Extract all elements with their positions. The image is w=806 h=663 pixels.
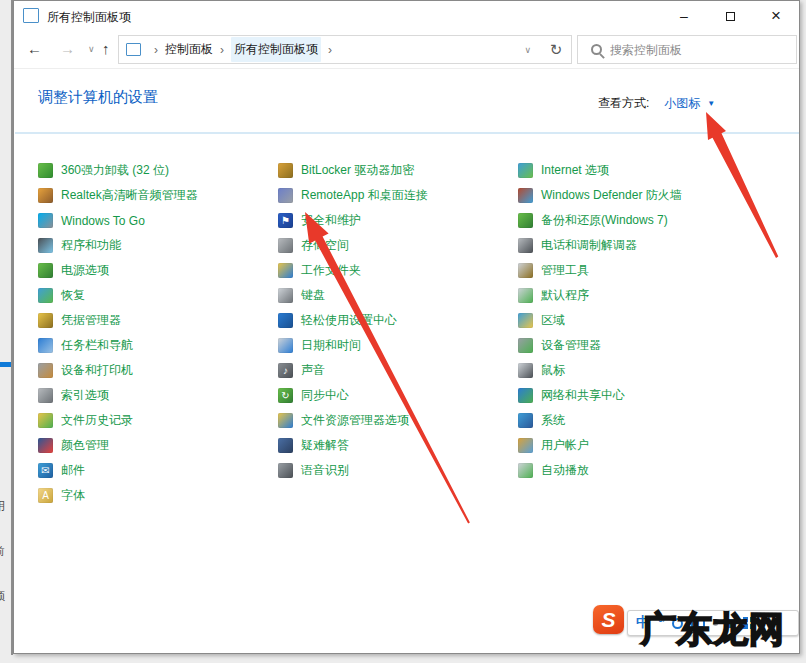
- sogou-logo[interactable]: S: [593, 605, 624, 634]
- control-panel-item[interactable]: 索引选项: [38, 383, 270, 408]
- page-title: 调整计算机的设置: [38, 88, 158, 107]
- date-time-icon: [278, 338, 293, 353]
- control-panel-item-label: 网络和共享中心: [541, 387, 625, 404]
- control-panel-item-label: 工作文件夹: [301, 262, 361, 279]
- control-panel-item[interactable]: 键盘: [278, 283, 510, 308]
- control-panel-item-label: Windows To Go: [61, 214, 145, 228]
- control-panel-item[interactable]: 管理工具: [518, 258, 786, 283]
- control-panel-item[interactable]: 工作文件夹: [278, 258, 510, 283]
- control-panel-item-label: 管理工具: [541, 262, 589, 279]
- control-panel-item-label: 字体: [61, 487, 85, 504]
- control-panel-item[interactable]: 系统: [518, 408, 786, 433]
- search-box[interactable]: [577, 35, 797, 64]
- control-panel-item[interactable]: 用户帐户: [518, 433, 786, 458]
- speech-recognition-icon: [278, 463, 293, 478]
- control-panel-item-label: 疑难解答: [301, 437, 349, 454]
- remoteapp-icon: [278, 188, 293, 203]
- region-icon: [518, 313, 533, 328]
- explorer-options-icon: [278, 413, 293, 428]
- refresh-button[interactable]: ↻: [541, 35, 572, 64]
- control-panel-item[interactable]: 语音识别: [278, 458, 510, 483]
- back-button[interactable]: ←: [27, 40, 42, 57]
- control-panel-item[interactable]: 凭据管理器: [38, 308, 270, 333]
- control-panel-item[interactable]: 恢复: [38, 283, 270, 308]
- control-panel-item-label: 自动播放: [541, 462, 589, 479]
- minimize-button[interactable]: –: [661, 1, 707, 31]
- minimize-icon: –: [680, 8, 688, 24]
- control-panel-item[interactable]: 区域: [518, 308, 786, 333]
- control-panel-item[interactable]: Windows To Go: [38, 208, 270, 233]
- control-panel-item[interactable]: A字体: [38, 483, 270, 508]
- mail-icon: ✉: [38, 463, 53, 478]
- up-button[interactable]: ↑: [102, 40, 110, 57]
- control-panel-item[interactable]: 颜色管理: [38, 433, 270, 458]
- watermark-text: 广东龙网: [641, 606, 785, 653]
- refresh-icon: ↻: [550, 41, 563, 59]
- control-panel-item-label: 凭据管理器: [61, 312, 121, 329]
- control-panel-item[interactable]: 任务栏和导航: [38, 333, 270, 358]
- control-panel-item[interactable]: 轻松使用设置中心: [278, 308, 510, 333]
- items-column-3: Internet 选项Windows Defender 防火墙备份和还原(Win…: [518, 158, 786, 483]
- control-panel-item[interactable]: ↻同步中心: [278, 383, 510, 408]
- control-panel-item[interactable]: 设备和打印机: [38, 358, 270, 383]
- control-panel-item[interactable]: 备份和还原(Windows 7): [518, 208, 786, 233]
- control-panel-item[interactable]: RemoteApp 和桌面连接: [278, 183, 510, 208]
- navigation-toolbar: ← → ∨ ↑ › 控制面板 › 所有控制面板项 › ∨ ↻: [14, 31, 799, 69]
- address-bar[interactable]: › 控制面板 › 所有控制面板项 › ∨: [118, 35, 542, 64]
- close-button[interactable]: ×: [753, 1, 799, 31]
- control-panel-item-label: Windows Defender 防火墙: [541, 187, 682, 204]
- control-panel-item[interactable]: 存储空间: [278, 233, 510, 258]
- control-panel-item[interactable]: ✉邮件: [38, 458, 270, 483]
- maximize-button[interactable]: [707, 1, 753, 31]
- control-panel-item[interactable]: ♪声音: [278, 358, 510, 383]
- breadcrumb-control-panel[interactable]: 控制面板: [165, 41, 213, 58]
- control-panel-item[interactable]: 文件历史记录: [38, 408, 270, 433]
- control-panel-item-label: 存储空间: [301, 237, 349, 254]
- control-panel-item[interactable]: 360强力卸载 (32 位): [38, 158, 270, 183]
- control-panel-item[interactable]: 网络和共享中心: [518, 383, 786, 408]
- control-panel-item[interactable]: 疑难解答: [278, 433, 510, 458]
- control-panel-item-label: 邮件: [61, 462, 85, 479]
- control-panel-item[interactable]: 文件资源管理器选项: [278, 408, 510, 433]
- forward-button[interactable]: →: [60, 40, 75, 57]
- control-panel-item[interactable]: Windows Defender 防火墙: [518, 183, 786, 208]
- credential-manager-icon: [38, 313, 53, 328]
- control-panel-item[interactable]: 设备管理器: [518, 333, 786, 358]
- content-area: 调整计算机的设置 查看方式: 小图标 ▼ 360强力卸载 (32 位)Realt…: [14, 69, 799, 654]
- control-panel-item[interactable]: 鼠标: [518, 358, 786, 383]
- ease-of-access-icon: [278, 313, 293, 328]
- control-panel-item-label: Internet 选项: [541, 162, 609, 179]
- view-by-dropdown-icon[interactable]: ▼: [707, 99, 715, 108]
- control-panel-item-label: BitLocker 驱动器加密: [301, 162, 414, 179]
- control-panel-item[interactable]: Internet 选项: [518, 158, 786, 183]
- address-dropdown-icon[interactable]: ∨: [524, 45, 531, 55]
- taskbar-navigation-icon: [38, 338, 53, 353]
- sync-center-icon: ↻: [278, 388, 293, 403]
- control-panel-item-label: 任务栏和导航: [61, 337, 133, 354]
- control-panel-item-label: 电源选项: [61, 262, 109, 279]
- control-panel-item[interactable]: 电话和调制解调器: [518, 233, 786, 258]
- default-programs-icon: [518, 288, 533, 303]
- control-panel-item[interactable]: 程序和功能: [38, 233, 270, 258]
- file-history-icon: [38, 413, 53, 428]
- sogou-logo-letter: S: [601, 608, 615, 632]
- control-panel-item[interactable]: 日期和时间: [278, 333, 510, 358]
- control-panel-item[interactable]: BitLocker 驱动器加密: [278, 158, 510, 183]
- fonts-icon: A: [38, 488, 53, 503]
- troubleshooting-icon: [278, 438, 293, 453]
- control-panel-item[interactable]: 自动播放: [518, 458, 786, 483]
- clipped-text-fragment: 预: [0, 589, 5, 604]
- storage-spaces-icon: [278, 238, 293, 253]
- breadcrumb-all-items[interactable]: 所有控制面板项: [231, 37, 321, 62]
- control-panel-item-label: 声音: [301, 362, 325, 379]
- system-icon: [518, 413, 533, 428]
- control-panel-item[interactable]: 电源选项: [38, 258, 270, 283]
- search-input[interactable]: [610, 43, 770, 57]
- uninstall-360-icon: [38, 163, 53, 178]
- header-divider: [15, 132, 799, 134]
- control-panel-item[interactable]: Realtek高清晰音频管理器: [38, 183, 270, 208]
- control-panel-item[interactable]: 默认程序: [518, 283, 786, 308]
- view-by-link[interactable]: 小图标: [664, 95, 700, 112]
- history-chevron-icon[interactable]: ∨: [88, 44, 95, 54]
- control-panel-item[interactable]: ⚑安全和维护: [278, 208, 510, 233]
